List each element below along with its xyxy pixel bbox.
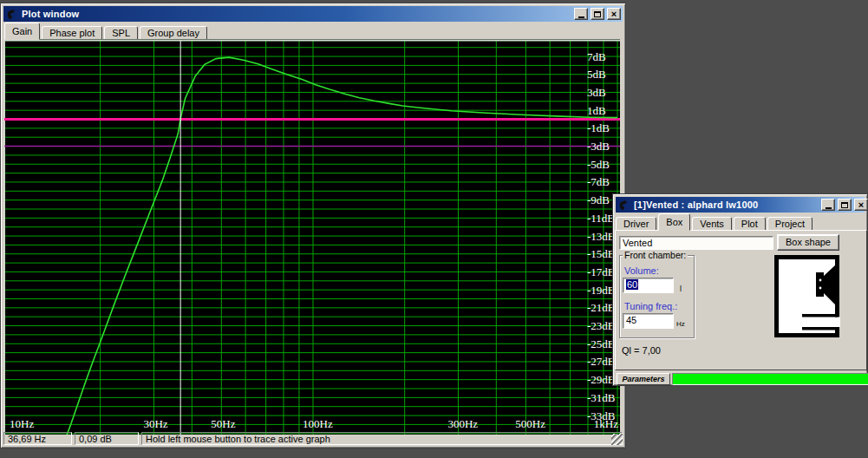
close-icon: × xyxy=(858,200,864,210)
svg-text:7dB: 7dB xyxy=(587,50,606,63)
app-icon xyxy=(5,8,17,20)
tab-driver[interactable]: Driver xyxy=(616,217,656,231)
gain-plot-svg: 7dB5dB3dB1dB-1dB-3dB-5dB-7dB-9dB-11dB-13… xyxy=(4,39,620,435)
param-tab-bar: Driver Box Vents Plot Project xyxy=(616,213,865,231)
minimize-icon xyxy=(578,16,584,18)
close-button[interactable]: × xyxy=(607,8,621,20)
vent-tube-bottom xyxy=(802,327,838,330)
progress-bar xyxy=(672,373,868,385)
svg-text:-31dB: -31dB xyxy=(587,391,616,404)
gain-plot-canvas[interactable]: 7dB5dB3dB1dB-1dB-3dB-5dB-7dB-9dB-11dB-13… xyxy=(4,39,620,435)
svg-text:-3dB: -3dB xyxy=(587,140,610,153)
box-tab-panel: Vented Box shape Front chamber: Volume: … xyxy=(615,230,867,370)
svg-text:30Hz: 30Hz xyxy=(143,417,167,430)
tab-spl[interactable]: SPL xyxy=(104,26,138,40)
front-chamber-legend: Front chamber: xyxy=(623,250,688,260)
svg-text:-29dB: -29dB xyxy=(587,373,616,386)
tab-group-delay[interactable]: Group delay xyxy=(140,26,207,40)
minimize-icon xyxy=(826,207,832,209)
tab-gain-label: Gain xyxy=(12,26,32,36)
box-shape-button[interactable]: Box shape xyxy=(777,234,839,251)
svg-text:5dB: 5dB xyxy=(587,68,606,81)
volume-label: Volume: xyxy=(624,265,659,276)
resize-grip[interactable] xyxy=(611,434,623,445)
tab-box[interactable]: Box xyxy=(658,213,690,231)
svg-text:-11dB: -11dB xyxy=(587,212,615,225)
svg-text:1dB: 1dB xyxy=(587,104,606,117)
volume-value: 60 xyxy=(626,279,638,290)
plot-window-title: Plot window xyxy=(20,9,571,19)
tab-spl-label: SPL xyxy=(112,28,130,38)
tuning-freq-input[interactable]: 45 xyxy=(623,313,674,329)
svg-text:-15dB: -15dB xyxy=(587,247,616,260)
svg-text:-7dB: -7dB xyxy=(587,175,610,188)
tab-group-delay-label: Group delay xyxy=(147,28,199,38)
status-bar: 36,69 Hz 0,09 dB Hold left mouse button … xyxy=(3,431,623,445)
svg-text:-1dB: -1dB xyxy=(587,121,610,134)
svg-text:300Hz: 300Hz xyxy=(447,417,478,430)
front-chamber-group: Front chamber: Volume: 60 l Tuning freq.… xyxy=(619,255,695,338)
vent-tube-top xyxy=(802,314,838,317)
tab-plot[interactable]: Plot xyxy=(734,217,766,231)
svg-text:3dB: 3dB xyxy=(587,86,606,99)
speaker-dot xyxy=(819,287,822,290)
tab-driver-label: Driver xyxy=(623,219,649,229)
close-button[interactable]: × xyxy=(854,199,868,211)
svg-text:100Hz: 100Hz xyxy=(303,417,333,430)
svg-text:-17dB: -17dB xyxy=(587,265,616,278)
speaker-dot xyxy=(819,279,822,282)
svg-text:10Hz: 10Hz xyxy=(10,417,34,430)
tab-project[interactable]: Project xyxy=(767,217,813,231)
svg-text:1kHz: 1kHz xyxy=(594,417,618,430)
plot-tab-bar: Gain Phase plot SPL Group delay xyxy=(4,23,623,40)
tab-box-label: Box xyxy=(666,217,682,227)
tab-vents-label: Vents xyxy=(700,219,724,229)
tab-project-label: Project xyxy=(775,219,805,229)
status-cursor-freq: 36,69 Hz xyxy=(3,432,72,445)
status-hint: Hold left mouse button to trace active g… xyxy=(141,432,623,445)
gain-curve xyxy=(64,57,617,435)
param-window-titlebar[interactable]: [1]Vented : alphard lw1000 × xyxy=(616,197,865,213)
svg-text:-19dB: -19dB xyxy=(587,284,616,297)
plot-window-titlebar[interactable]: Plot window × xyxy=(3,6,623,22)
status-cursor-level: 0,09 dB xyxy=(75,432,139,445)
box-type-field[interactable]: Vented xyxy=(619,236,773,250)
minimize-button[interactable] xyxy=(574,8,588,20)
app-icon xyxy=(617,199,630,211)
parameters-button[interactable]: Parameters xyxy=(617,373,670,385)
volume-input[interactable]: 60 xyxy=(623,278,674,293)
volume-unit: l xyxy=(680,285,682,293)
tab-phase-plot[interactable]: Phase plot xyxy=(42,26,102,40)
svg-text:-27dB: -27dB xyxy=(587,355,616,368)
svg-text:-9dB: -9dB xyxy=(587,193,610,206)
box-param-window: [1]Vented : alphard lw1000 × Driver Box … xyxy=(612,193,868,386)
svg-text:-13dB: -13dB xyxy=(587,230,616,243)
svg-text:500Hz: 500Hz xyxy=(515,417,545,430)
port-opening xyxy=(832,317,840,328)
svg-text:-21dB: -21dB xyxy=(587,301,616,314)
tab-phase-plot-label: Phase plot xyxy=(49,28,95,38)
tuning-freq-label: Tuning freq.: xyxy=(624,301,677,311)
minimize-button[interactable] xyxy=(821,199,835,211)
svg-text:50Hz: 50Hz xyxy=(211,417,235,430)
plot-window: Plot window × Gain Phase plot SPL Group … xyxy=(0,3,626,448)
box-shape-diagram xyxy=(774,255,840,340)
tab-gain[interactable]: Gain xyxy=(4,23,40,40)
close-icon: × xyxy=(611,10,617,19)
maximize-button[interactable] xyxy=(838,199,852,211)
param-window-title: [1]Vented : alphard lw1000 xyxy=(632,200,819,210)
svg-text:-5dB: -5dB xyxy=(587,158,610,171)
tuning-freq-unit: Hz xyxy=(676,320,685,328)
maximize-icon xyxy=(594,11,601,17)
maximize-icon xyxy=(841,202,848,208)
ql-value: Ql = 7,00 xyxy=(622,345,661,356)
maximize-button[interactable] xyxy=(591,8,604,20)
svg-text:-23dB: -23dB xyxy=(587,319,616,332)
desktop: { "plot_window": { "title": "Plot window… xyxy=(0,0,868,458)
tab-vents[interactable]: Vents xyxy=(692,217,732,231)
tab-plot-label: Plot xyxy=(741,219,758,229)
svg-text:-25dB: -25dB xyxy=(587,337,616,350)
